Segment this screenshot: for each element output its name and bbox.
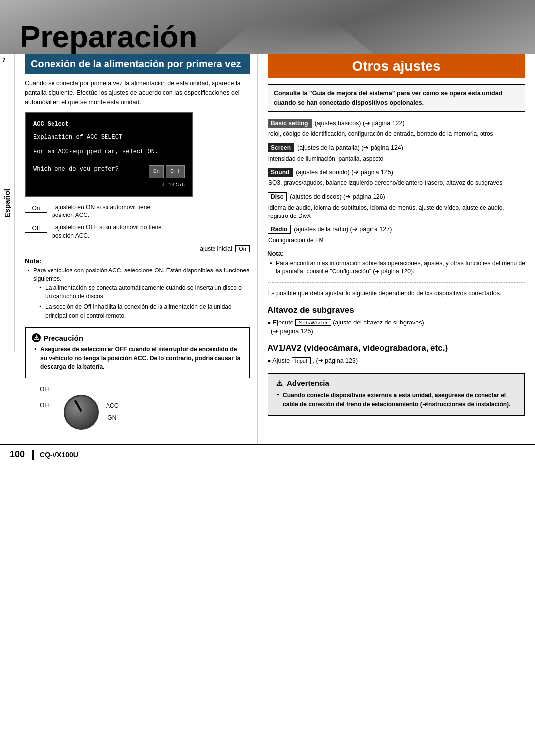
off-key: Off [25, 224, 47, 233]
footer-page-number: 100 [10, 449, 25, 460]
setting-sound: Sound (ajustes del sonido) (➔ página 125… [268, 168, 525, 177]
acc-line1: Explanation of ACC SELECT [33, 132, 185, 143]
right-nota-list: Para encontrar más información sobre las… [268, 259, 525, 276]
off-desc: : ajústelo en OFF si su automóvil no tie… [52, 223, 161, 240]
sub-woofer-tag: Sub-Woofer [295, 319, 331, 326]
sound-subtext: SQ3, graves/agudos, balance izquierdo-de… [268, 179, 525, 187]
disc-tag: Disc [268, 192, 287, 201]
screen-subtext: intensidad de iluminación, pantalla, asp… [268, 155, 525, 163]
radio-desc: (ajustes de la radio) (➔ página 127) [294, 225, 392, 234]
sound-desc: (ajustes del sonido) (➔ página 125) [296, 168, 393, 177]
nota-sub-1: La alimentación se conecta automáticamen… [39, 284, 250, 301]
on-off-table: On : ajústelo en ON si su automóvil tien… [25, 203, 250, 240]
subwoofer-text: ● Ejecute Sub-Woofer (ajuste del altavoz… [268, 318, 525, 337]
page-footer: 100 CQ-VX100U [0, 444, 535, 464]
precaucion-box: ⚠ Precaución Asegúrese de seleccionar OF… [25, 327, 250, 378]
ajuste-on-box: On [235, 245, 250, 252]
settings-list: Basic setting (ajustes básicos) (➔ págin… [268, 119, 525, 245]
knob-labels: ACC IGN [106, 402, 118, 422]
precaucion-icon: ⚠ [32, 333, 41, 342]
page-title: Preparación [0, 21, 197, 52]
intro-text: Cuando se conecta por primera vez la ali… [25, 79, 250, 107]
footer-separator [32, 450, 34, 460]
left-column: Conexión de la alimentación por primera … [15, 54, 258, 444]
on-row: On : ajústelo en ON si su automóvil tien… [25, 203, 250, 220]
on-button[interactable]: On [149, 165, 164, 178]
av-heading: AV1/AV2 (videocámara, videograbadora, et… [268, 343, 525, 353]
sidebar-language-label: Español [0, 54, 15, 352]
on-desc: : ajústelo en ON si su automóvil tiene p… [52, 203, 150, 220]
basic-desc: (ajustes básicos) (➔ página 122) [315, 119, 405, 128]
advertencia-text: Cuando conecte dispositivos externos a e… [274, 391, 518, 409]
basic-tag: Basic setting [268, 119, 312, 128]
knob-acc-label: ACC [106, 402, 118, 409]
content-wrapper: Conexión de la alimentación por primera … [0, 54, 535, 444]
acc-line3: For an ACC-equipped car, select ON. [33, 147, 185, 158]
precaucion-item: Asegúrese de seleccionar OFF cuando el i… [34, 345, 243, 371]
right-nota-section: Nota: Para encontrar más información sob… [268, 250, 525, 276]
divider-text: Es posible que deba ajustar lo siguiente… [268, 289, 525, 298]
setting-screen: Screen (ajustes de la pantalla) (➔ págin… [268, 143, 525, 153]
off-button[interactable]: Off [166, 165, 185, 178]
radio-subtext: Configuración de FM [268, 236, 525, 245]
acc-line2 [33, 143, 185, 147]
sidebar-text: Español [3, 189, 11, 217]
advertencia-title: ⚠ Advertencia [274, 379, 518, 388]
right-nota-item: Para encontrar más información sobre las… [270, 259, 525, 276]
nota-title: Nota: [25, 257, 250, 265]
nota-section: Nota: Para vehículos con posición ACC, s… [25, 257, 250, 320]
input-tag: Input [292, 357, 311, 364]
setting-basic: Basic setting (ajustes básicos) (➔ págin… [268, 119, 525, 128]
right-section-header: Otros ajustes [268, 54, 525, 78]
on-key: On [25, 204, 47, 213]
screen-tag: Screen [268, 143, 294, 152]
ajuste-inicial: ajuste inicial: On [25, 245, 250, 252]
acc-line4 [33, 158, 185, 162]
av-text: ● Ajuste Input . (➔ página 123) [268, 356, 525, 366]
subwoofer-heading: Altavoz de subgraves [268, 305, 525, 315]
knob-off-label: OFF [40, 386, 52, 393]
disc-desc: (ajustes de discos) (➔ página 126) [290, 192, 385, 202]
advertencia-item: Cuando conecte dispositivos externos a e… [277, 391, 518, 409]
basic-subtext: reloj, código de identificación, configu… [268, 130, 525, 138]
time-display: ♪ 14:56 [33, 180, 185, 190]
dashed-divider [268, 282, 525, 283]
section-number: 7 [2, 57, 6, 64]
precaucion-text: Asegúrese de seleccionar OFF cuando el i… [32, 345, 243, 371]
setting-disc: Disc (ajustes de discos) (➔ página 126) [268, 192, 525, 202]
nota-item-1: Para vehículos con posición ACC, selecci… [27, 267, 250, 320]
sound-tag: Sound [268, 168, 293, 177]
knob-diagram: OFF OFF ACC IGN [40, 386, 250, 430]
knob-ign-label: IGN [106, 414, 118, 421]
acc-select-box: ACC Select Explanation of ACC SELECT For… [25, 112, 193, 197]
nota-sub-2: La sección de Off inhabilita la conexión… [39, 303, 250, 320]
knob-row: OFF ACC IGN [40, 395, 118, 430]
right-nota-title: Nota: [268, 250, 525, 257]
disc-subtext: idioma de audio, idioma de subtítulos, i… [268, 204, 525, 220]
acc-line5: Which one do you prefer? [33, 164, 119, 175]
footer-model: CQ-VX100U [40, 451, 78, 459]
off-row: Off : ajústelo en OFF si su automóvil no… [25, 223, 250, 240]
info-box: Consulte la "Guía de mejora del sistema"… [268, 84, 525, 112]
knob-notch [74, 400, 82, 412]
knob-circle [64, 395, 99, 430]
acc-title: ACC Select [33, 119, 185, 130]
setting-radio: Radio (ajustes de la radio) (➔ página 12… [268, 225, 525, 234]
page-header: Preparación [0, 0, 535, 54]
right-column: Otros ajustes Consulte la "Guía de mejor… [258, 54, 535, 444]
acc-buttons: On Off [149, 165, 185, 178]
nota-sub-list: La alimentación se conecta automáticamen… [33, 284, 250, 321]
screen-desc: (ajustes de la pantalla) (➔ página 124) [297, 143, 403, 153]
precaucion-title: ⚠ Precaución [32, 333, 243, 342]
radio-tag: Radio [268, 225, 291, 234]
nota-list: Para vehículos con posición ACC, selecci… [25, 267, 250, 320]
advertencia-icon: ⚠ [274, 379, 284, 388]
knob-off-text: OFF [40, 402, 52, 409]
left-section-header: Conexión de la alimentación por primera … [25, 54, 250, 74]
advertencia-box: ⚠ Advertencia Cuando conecte dispositivo… [268, 373, 525, 416]
